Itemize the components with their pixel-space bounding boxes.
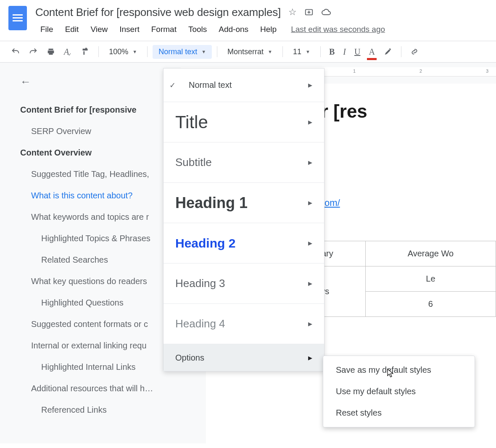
table-cell: 6 (365, 291, 496, 316)
outline-item[interactable]: What keywords and topics are r (20, 206, 181, 228)
title-area: Content Brief for [responsive web design… (35, 4, 488, 37)
menu-insert[interactable]: Insert (114, 22, 145, 37)
style-label: Heading 2 (175, 236, 235, 250)
text-color-button[interactable]: A (365, 45, 378, 59)
separator (217, 46, 217, 57)
outline-item[interactable]: Internal or external linking requ (20, 335, 181, 356)
cloud-status-icon[interactable] (321, 7, 331, 17)
outline-item[interactable]: What is this content about? (20, 185, 181, 206)
caret-right-icon: ▶ (308, 355, 312, 361)
highlight-button[interactable] (380, 45, 396, 59)
outline-item[interactable]: What key questions do readers (20, 271, 181, 292)
caret-right-icon: ▶ (308, 321, 312, 327)
menu-edit[interactable]: Edit (60, 22, 84, 37)
back-arrow-icon[interactable]: ← (20, 75, 181, 88)
print-button[interactable] (43, 45, 59, 59)
outline-item[interactable]: Suggested content formats or c (20, 314, 181, 335)
style-label: Title (175, 112, 208, 132)
caret-down-icon: ▼ (132, 49, 137, 54)
caret-down-icon: ▼ (201, 49, 206, 54)
caret-right-icon: ▶ (308, 240, 312, 246)
outline-item[interactable]: Content Overview (20, 142, 181, 163)
style-label: Normal text (189, 80, 232, 90)
outline-item[interactable]: Highlighted Internal Links (20, 356, 181, 378)
caret-right-icon: ▶ (308, 280, 312, 287)
separator (401, 46, 401, 57)
menu-format[interactable]: Format (146, 22, 182, 37)
ruler-tick: 1 (353, 69, 356, 74)
font-dropdown[interactable]: Montserrat ▼ (222, 45, 277, 59)
paragraph-styles-dropdown[interactable]: Normal text ▼ (153, 45, 212, 59)
style-option-subtitle[interactable]: Subtitle ▶ (164, 142, 324, 183)
outline-item[interactable]: Highlighted Topics & Phrases (20, 228, 181, 249)
separator (282, 46, 283, 57)
table-cell: Le (365, 266, 496, 291)
cursor-icon (387, 368, 395, 378)
spellcheck-button[interactable]: A✓ (61, 45, 76, 59)
redo-button[interactable] (25, 45, 41, 59)
docs-logo-icon (8, 6, 27, 30)
caret-right-icon: ▶ (308, 200, 312, 206)
menu-view[interactable]: View (85, 22, 113, 37)
header: Content Brief for [responsive web design… (0, 0, 496, 37)
star-icon[interactable]: ☆ (288, 7, 297, 18)
undo-button[interactable] (8, 45, 24, 59)
font-name-value: Montserrat (227, 47, 264, 56)
style-option-title[interactable]: Title ▶ (164, 102, 324, 142)
menu-help[interactable]: Help (255, 22, 282, 37)
style-label: Heading 4 (175, 317, 225, 330)
outline-item[interactable]: Suggested Title Tag, Headlines, (20, 163, 181, 185)
save-default-styles[interactable]: Save as my default styles (323, 359, 475, 381)
ruler-tick: 3 (486, 69, 488, 74)
style-option-options[interactable]: Options ▶ (164, 344, 324, 371)
menubar: File Edit View Insert Format Tools Add-o… (35, 22, 488, 37)
outline-item[interactable]: Highlighted Questions (20, 292, 181, 314)
zoom-value: 100% (109, 47, 128, 56)
last-edit-link[interactable]: Last edit was seconds ago (291, 25, 385, 34)
style-label: Heading 3 (175, 277, 225, 290)
document-outline: ← Content Brief for [responsiveSERP Over… (0, 63, 181, 443)
menu-file[interactable]: File (35, 22, 58, 37)
move-icon[interactable] (304, 8, 314, 17)
underline-button[interactable]: U (351, 45, 364, 59)
caret-down-icon: ▼ (306, 49, 310, 54)
outline-item[interactable]: Related Searches (20, 249, 181, 271)
style-option-normal[interactable]: ✓ Normal text ▶ (164, 69, 324, 102)
caret-right-icon: ▶ (308, 119, 312, 125)
outline-item[interactable]: Additional resources that will h… (20, 378, 181, 399)
ruler-tick: 2 (419, 69, 422, 74)
outline-item[interactable]: Referenced Links (20, 399, 181, 421)
style-option-heading2[interactable]: Heading 2 ▶ (164, 223, 324, 264)
italic-button[interactable]: I (340, 45, 349, 59)
caret-down-icon: ▼ (268, 49, 272, 54)
paint-format-button[interactable] (77, 45, 93, 59)
font-size-value: 11 (293, 47, 301, 56)
style-label: Subtitle (175, 156, 212, 169)
style-option-heading4[interactable]: Heading 4 ▶ (164, 304, 324, 344)
use-default-styles[interactable]: Use my default styles (323, 381, 475, 402)
style-option-heading1[interactable]: Heading 1 ▶ (164, 183, 324, 223)
styles-options-submenu: Save as my default styles Use my default… (323, 356, 475, 427)
style-option-heading3[interactable]: Heading 3 ▶ (164, 264, 324, 304)
checkmark-icon: ✓ (169, 81, 176, 90)
paragraph-styles-menu: ✓ Normal text ▶ Title ▶ Subtitle ▶ Headi… (163, 68, 325, 372)
style-label: Heading 1 (175, 194, 248, 212)
reset-styles[interactable]: Reset styles (323, 402, 475, 424)
insert-link-button[interactable] (406, 45, 422, 59)
outline-item[interactable]: Content Brief for [responsive (20, 99, 181, 121)
font-size-dropdown[interactable]: 11 ▼ (288, 45, 315, 59)
bold-button[interactable]: B (326, 45, 338, 59)
caret-right-icon: ▶ (308, 159, 312, 166)
menu-tools[interactable]: Tools (183, 22, 212, 37)
paragraph-style-value: Normal text (158, 47, 197, 56)
outline-item[interactable]: SERP Overview (20, 121, 181, 142)
table-header-cell: Average Wo (365, 241, 496, 266)
zoom-dropdown[interactable]: 100% ▼ (104, 45, 142, 59)
separator (320, 46, 321, 57)
menu-addons[interactable]: Add-ons (214, 22, 253, 37)
caret-right-icon: ▶ (308, 82, 312, 88)
separator (147, 46, 148, 57)
docs-logo[interactable] (8, 4, 28, 32)
document-title[interactable]: Content Brief for [responsive web design… (35, 4, 281, 20)
toolbar: A✓ 100% ▼ Normal text ▼ Montserrat ▼ 11 … (0, 41, 496, 63)
